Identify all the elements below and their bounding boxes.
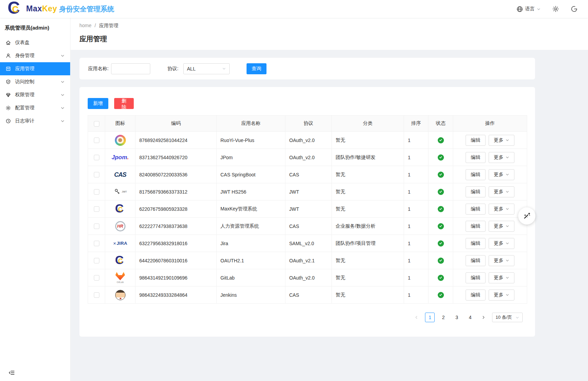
row-checkbox[interactable]: [94, 224, 99, 229]
app-category: 暂无: [332, 269, 404, 286]
chevron-down-icon: [61, 119, 65, 123]
app-name: CAS SpringBoot: [217, 166, 285, 183]
sidebar-item-1[interactable]: 身份管理: [0, 49, 70, 62]
table-row: GitLab986431492190109696GitLabOAuth_v2.0…: [88, 269, 527, 286]
edit-button[interactable]: 编辑: [466, 152, 486, 163]
app-category: 暂无: [332, 252, 404, 269]
chevron-down-icon: [505, 224, 509, 228]
edit-button[interactable]: 编辑: [466, 238, 486, 249]
row-checkbox[interactable]: [94, 258, 99, 263]
app-category: 团队协作/敏捷研发: [332, 149, 404, 166]
more-button[interactable]: 更多: [489, 272, 514, 283]
more-button[interactable]: 更多: [489, 204, 514, 215]
more-button[interactable]: 更多: [489, 238, 514, 249]
edit-button[interactable]: 编辑: [466, 186, 486, 197]
app-protocol: OAuth_v2.0: [285, 132, 332, 149]
sidebar-item-label: 配置管理: [15, 105, 34, 111]
row-checkbox[interactable]: [94, 292, 99, 298]
edit-button[interactable]: 编辑: [466, 272, 486, 283]
delete-button[interactable]: 删除: [114, 98, 134, 109]
app-sort: 1: [404, 269, 428, 286]
app-sort: 1: [404, 252, 428, 269]
app-category: 暂无: [332, 166, 404, 183]
maxkey-logo: CC: [115, 255, 126, 266]
more-button[interactable]: 更多: [489, 135, 514, 146]
edit-button[interactable]: 编辑: [466, 221, 486, 232]
page-button-4[interactable]: 4: [465, 313, 475, 322]
dashboard-icon: [6, 40, 11, 45]
sidebar-item-4[interactable]: 权限管理: [0, 88, 70, 101]
table-row: CAS824008507220033536CAS SpringBootCAS暂无…: [88, 166, 527, 183]
row-checkbox[interactable]: [94, 206, 99, 212]
table-row: ✕JIRA632279563832918016JiraSAML_v2.0团队协作…: [88, 235, 527, 252]
chevron-down-icon: [505, 207, 509, 211]
page-button-2[interactable]: 2: [438, 313, 448, 322]
breadcrumb-home[interactable]: home: [79, 23, 91, 29]
row-checkbox[interactable]: [94, 189, 99, 195]
col-sort-header: 排序: [404, 116, 428, 132]
clock-icon: [6, 118, 11, 124]
gitlab-logo: GitLab: [116, 272, 125, 283]
chevron-down-icon: [61, 93, 65, 97]
page-button-3[interactable]: 3: [452, 313, 461, 322]
settings-button[interactable]: [552, 6, 559, 12]
edit-button[interactable]: 编辑: [466, 169, 486, 180]
app-protocol: OAuth_v2.0: [285, 149, 332, 166]
breadcrumb-current: 应用管理: [99, 23, 118, 29]
app-sort: 1: [404, 235, 428, 252]
logout-button[interactable]: [571, 6, 578, 12]
jpom-logo: Jpom.: [111, 154, 129, 160]
page-button-1[interactable]: 1: [425, 313, 435, 322]
status-enabled-icon: [438, 189, 444, 195]
more-button[interactable]: 更多: [489, 221, 514, 232]
sidebar-item-6[interactable]: 日志审计: [0, 115, 70, 128]
sidebar-collapse-button[interactable]: [8, 369, 15, 376]
row-checkbox[interactable]: [94, 155, 99, 160]
sidebar-item-3[interactable]: 访问控制: [0, 75, 70, 88]
edit-button[interactable]: 编辑: [466, 255, 486, 266]
status-enabled-icon: [438, 258, 444, 264]
more-button[interactable]: 更多: [489, 255, 514, 266]
prev-page-button[interactable]: [412, 313, 421, 322]
add-button[interactable]: 新增: [88, 98, 108, 109]
protocol-select[interactable]: ALL: [183, 63, 230, 74]
app-name: 人力资源管理系统: [217, 218, 285, 235]
row-checkbox[interactable]: [94, 138, 99, 143]
row-checkbox[interactable]: [94, 241, 99, 246]
more-button[interactable]: 更多: [489, 186, 514, 197]
status-enabled-icon: [438, 154, 444, 161]
chevron-down-icon: [515, 316, 519, 319]
sidebar-item-5[interactable]: 配置管理: [0, 101, 70, 115]
row-checkbox[interactable]: [94, 275, 99, 281]
sidebar-item-0[interactable]: 仪表盘: [0, 36, 70, 49]
more-button[interactable]: 更多: [489, 169, 514, 180]
app-sort: 1: [404, 149, 428, 166]
theme-wand-button[interactable]: [518, 207, 535, 225]
edit-button[interactable]: 编辑: [466, 290, 486, 301]
more-button[interactable]: 更多: [489, 290, 514, 301]
app-name: Jira: [217, 235, 285, 252]
edit-button[interactable]: 编辑: [466, 204, 486, 215]
app-name: RuoYi-Vue-Plus: [217, 132, 285, 149]
row-checkbox[interactable]: [94, 172, 99, 177]
magic-wand-icon: [523, 212, 531, 220]
chevron-down-icon: [537, 7, 541, 11]
app-protocol: OAuth_v2.0: [285, 269, 332, 286]
select-all-checkbox[interactable]: [94, 121, 99, 127]
app-name-input[interactable]: [111, 63, 150, 74]
edit-button[interactable]: 编辑: [466, 135, 486, 146]
search-button[interactable]: 查询: [247, 63, 266, 74]
language-menu[interactable]: 语言: [516, 6, 541, 12]
chevron-down-icon: [61, 106, 65, 110]
app-category: 暂无: [332, 200, 404, 218]
more-button[interactable]: 更多: [489, 152, 514, 163]
app-protocol: OAuth_v2.1: [285, 252, 332, 269]
chevron-down-icon: [505, 173, 509, 176]
app-protocol: JWT: [285, 183, 332, 200]
page-size-select[interactable]: 10 条/页: [492, 313, 523, 322]
status-enabled-icon: [438, 137, 444, 143]
sidebar-item-2[interactable]: 应用管理: [0, 62, 70, 75]
next-page-button[interactable]: [479, 313, 488, 322]
ruoyi-logo: [115, 135, 126, 146]
app-protocol: CAS: [285, 286, 332, 304]
